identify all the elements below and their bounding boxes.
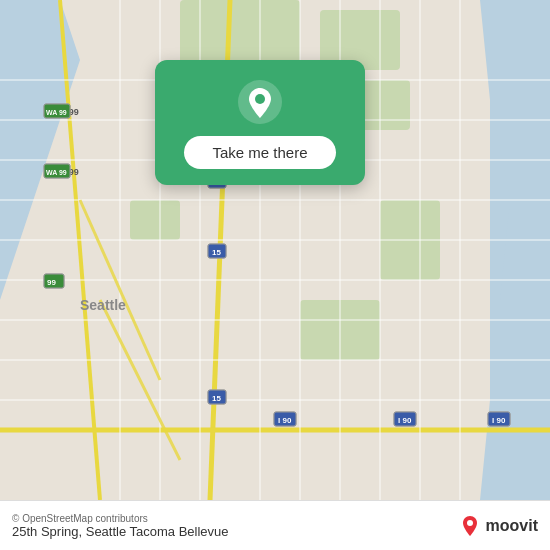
svg-text:Seattle: Seattle: [80, 297, 126, 313]
svg-text:WA 99: WA 99: [46, 169, 67, 176]
map-container: WA 99 WA 99 99 15 15 15 15 I 90 I 90 I 9…: [0, 0, 550, 500]
moovit-logo: moovit: [458, 514, 538, 538]
svg-rect-7: [130, 200, 180, 240]
svg-text:I 90: I 90: [398, 416, 412, 425]
take-me-there-button[interactable]: Take me there: [184, 136, 335, 169]
svg-point-75: [255, 94, 265, 104]
svg-point-76: [467, 520, 473, 526]
location-text: 25th Spring, Seattle Tacoma Bellevue: [12, 524, 229, 539]
bottom-bar: © OpenStreetMap contributors 25th Spring…: [0, 500, 550, 550]
svg-text:99: 99: [47, 278, 56, 287]
svg-text:WA 99: WA 99: [46, 109, 67, 116]
moovit-logo-text: moovit: [486, 517, 538, 535]
svg-text:I 90: I 90: [278, 416, 292, 425]
svg-text:I 90: I 90: [492, 416, 506, 425]
pin-icon: [238, 80, 282, 124]
copyright-text: © OpenStreetMap contributors: [12, 513, 229, 524]
svg-text:15: 15: [212, 248, 221, 257]
svg-text:15: 15: [212, 394, 221, 403]
bottom-left-info: © OpenStreetMap contributors 25th Spring…: [12, 513, 229, 539]
moovit-pin-icon: [458, 514, 482, 538]
location-popup: Take me there: [155, 60, 365, 185]
